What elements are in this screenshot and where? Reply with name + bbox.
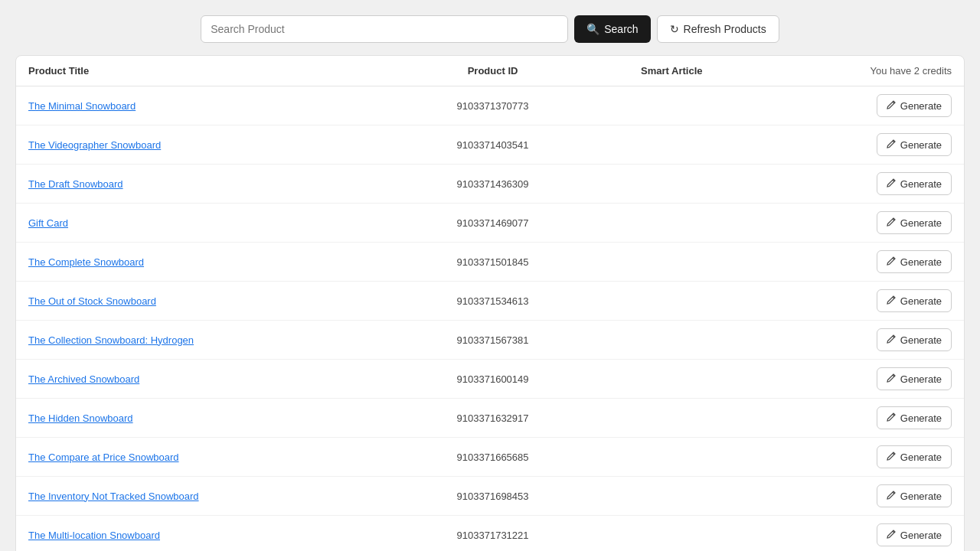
- table-row: The Compare at Price Snowboard9103371665…: [16, 438, 964, 477]
- generate-button[interactable]: Generate: [877, 445, 952, 468]
- edit-icon: [887, 217, 897, 229]
- table-row: The Minimal Snowboard9103371370773 Gener…: [16, 86, 964, 126]
- smart-article-cell: [587, 282, 756, 321]
- product-id-cell: 9103371632917: [398, 399, 587, 438]
- product-title-cell: The Complete Snowboard: [16, 243, 398, 282]
- col-header-credits: You have 2 credits: [756, 56, 964, 86]
- generate-label: Generate: [900, 334, 942, 346]
- col-header-smart-article: Smart Article: [587, 56, 756, 86]
- product-title-link[interactable]: The Compare at Price Snowboard: [28, 452, 179, 463]
- edit-icon: [887, 99, 897, 112]
- product-id-cell: 9103371370773: [398, 86, 587, 126]
- generate-label: Generate: [900, 100, 942, 112]
- edit-icon: [887, 139, 897, 151]
- action-cell: Generate: [756, 126, 964, 165]
- product-title-cell: The Hidden Snowboard: [16, 399, 398, 438]
- product-id-cell: 9103371436309: [398, 165, 587, 204]
- product-title-cell: The Out of Stock Snowboard: [16, 282, 398, 321]
- smart-article-cell: [587, 126, 756, 165]
- generate-label: Generate: [900, 373, 942, 385]
- product-title-link[interactable]: The Draft Snowboard: [28, 178, 123, 190]
- product-title-link[interactable]: The Out of Stock Snowboard: [28, 295, 156, 307]
- generate-label: Generate: [900, 452, 942, 463]
- action-cell: Generate: [756, 86, 964, 126]
- table-row: The Collection Snowboard: Hydrogen910337…: [16, 321, 964, 360]
- product-id-cell: 9103371567381: [398, 321, 587, 360]
- table-row: The Draft Snowboard9103371436309 Generat…: [16, 165, 964, 204]
- product-id-cell: 9103371665685: [398, 438, 587, 477]
- products-table: Product Title Product ID Smart Article Y…: [16, 56, 964, 551]
- product-id-cell: 9103371600149: [398, 360, 587, 399]
- product-title-cell: The Draft Snowboard: [16, 165, 398, 204]
- smart-article-cell: [587, 399, 756, 438]
- action-cell: Generate: [756, 477, 964, 516]
- product-title-link[interactable]: The Inventory Not Tracked Snowboard: [28, 491, 199, 502]
- generate-button[interactable]: Generate: [877, 484, 952, 507]
- product-id-cell: 9103371698453: [398, 477, 587, 516]
- search-button[interactable]: 🔍 Search: [574, 15, 650, 43]
- table-row: The Hidden Snowboard9103371632917 Genera…: [16, 399, 964, 438]
- smart-article-cell: [587, 243, 756, 282]
- generate-button[interactable]: Generate: [877, 94, 952, 117]
- generate-button[interactable]: Generate: [877, 406, 952, 429]
- product-id-cell: 9103371501845: [398, 243, 587, 282]
- generate-label: Generate: [900, 178, 942, 190]
- edit-icon: [887, 334, 897, 346]
- product-title-link[interactable]: The Minimal Snowboard: [28, 100, 136, 112]
- smart-article-cell: [587, 204, 756, 243]
- edit-icon: [887, 178, 897, 190]
- action-cell: Generate: [756, 399, 964, 438]
- generate-label: Generate: [900, 530, 942, 541]
- search-input[interactable]: [201, 15, 568, 43]
- product-title-cell: The Collection Snowboard: Hydrogen: [16, 321, 398, 360]
- generate-button[interactable]: Generate: [877, 289, 952, 312]
- generate-label: Generate: [900, 256, 942, 268]
- generate-button[interactable]: Generate: [877, 523, 952, 546]
- product-title-link[interactable]: The Multi-location Snowboard: [28, 530, 160, 541]
- table-row: The Multi-location Snowboard910337173122…: [16, 516, 964, 552]
- search-icon: 🔍: [586, 23, 599, 35]
- products-table-container: Product Title Product ID Smart Article Y…: [15, 55, 965, 551]
- edit-icon: [887, 295, 897, 307]
- product-id-cell: 9103371534613: [398, 282, 587, 321]
- product-title-link[interactable]: Gift Card: [28, 217, 68, 229]
- table-row: The Videographer Snowboard9103371403541 …: [16, 126, 964, 165]
- action-cell: Generate: [756, 282, 964, 321]
- generate-button[interactable]: Generate: [877, 211, 952, 234]
- product-title-link[interactable]: The Complete Snowboard: [28, 256, 144, 268]
- table-row: The Complete Snowboard9103371501845 Gene…: [16, 243, 964, 282]
- generate-button[interactable]: Generate: [877, 328, 952, 351]
- action-cell: Generate: [756, 165, 964, 204]
- col-header-product-id: Product ID: [398, 56, 587, 86]
- generate-button[interactable]: Generate: [877, 133, 952, 156]
- product-title-cell: The Archived Snowboard: [16, 360, 398, 399]
- generate-label: Generate: [900, 412, 942, 424]
- smart-article-cell: [587, 438, 756, 477]
- edit-icon: [887, 412, 897, 424]
- edit-icon: [887, 373, 897, 385]
- edit-icon: [887, 529, 897, 541]
- product-id-cell: 9103371731221: [398, 516, 587, 552]
- edit-icon: [887, 256, 897, 268]
- product-title-link[interactable]: The Hidden Snowboard: [28, 412, 133, 424]
- smart-article-cell: [587, 477, 756, 516]
- generate-button[interactable]: Generate: [877, 250, 952, 273]
- smart-article-cell: [587, 86, 756, 126]
- edit-icon: [887, 490, 897, 502]
- action-cell: Generate: [756, 438, 964, 477]
- action-cell: Generate: [756, 243, 964, 282]
- generate-button[interactable]: Generate: [877, 172, 952, 195]
- action-cell: Generate: [756, 204, 964, 243]
- table-row: Gift Card9103371469077 Generate: [16, 204, 964, 243]
- refresh-icon: ↻: [670, 23, 679, 35]
- product-id-cell: 9103371469077: [398, 204, 587, 243]
- smart-article-cell: [587, 321, 756, 360]
- product-title-link[interactable]: The Videographer Snowboard: [28, 139, 161, 151]
- refresh-button[interactable]: ↻ Refresh Products: [657, 15, 779, 43]
- product-title-link[interactable]: The Archived Snowboard: [28, 373, 139, 385]
- generate-label: Generate: [900, 295, 942, 307]
- generate-button[interactable]: Generate: [877, 367, 952, 390]
- product-title-link[interactable]: The Collection Snowboard: Hydrogen: [28, 334, 194, 346]
- action-cell: Generate: [756, 516, 964, 552]
- search-label: Search: [604, 23, 638, 35]
